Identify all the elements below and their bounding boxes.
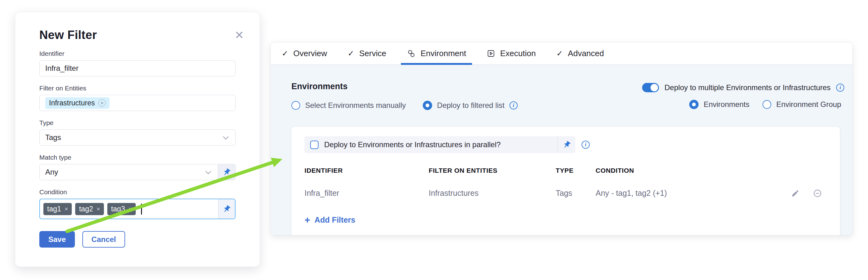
parallel-checkbox[interactable] xyxy=(310,141,318,149)
tab-label: Overview xyxy=(293,49,327,58)
entities-chip[interactable]: Infrastructures × xyxy=(45,97,110,109)
stage-config-panel: ✓ Overview ✓ Service Environment Executi… xyxy=(271,42,853,236)
identifier-input[interactable]: Infra_filter xyxy=(39,60,236,76)
pin-icon xyxy=(561,139,572,151)
tab-label: Service xyxy=(359,49,386,58)
pencil-icon xyxy=(791,189,799,197)
column-header-condition: CONDITION xyxy=(596,167,790,174)
tab-label: Advanced xyxy=(568,49,604,58)
radio-label: Environments xyxy=(704,100,749,109)
pin-icon xyxy=(221,203,233,215)
radio-icon-selected[interactable] xyxy=(689,100,699,109)
environment-hexagons-icon xyxy=(407,49,415,58)
text-caret xyxy=(141,204,142,214)
chip-remove-icon[interactable]: × xyxy=(98,99,106,107)
deploy-parallel-row: Deploy to Environments or Infrastructure… xyxy=(305,136,575,153)
condition-tag-label: tag2 xyxy=(79,205,93,213)
tab-label: Environment xyxy=(421,49,466,58)
tab-advanced[interactable]: ✓ Advanced xyxy=(546,42,614,65)
toggle-label: Deploy to multiple Environments or Infra… xyxy=(664,83,831,92)
radio-label: Deploy to filtered list xyxy=(437,101,504,110)
add-filters-button[interactable]: + Add Filters xyxy=(305,215,355,225)
radio-icon[interactable] xyxy=(291,101,300,110)
toggle-knob xyxy=(651,84,658,91)
radio-deploy-to-filtered-list[interactable]: Deploy to filtered list i xyxy=(423,101,518,110)
type-select[interactable]: Tags xyxy=(39,129,236,146)
chevron-down-icon xyxy=(223,134,228,139)
tag-remove-icon[interactable]: × xyxy=(65,206,68,212)
environment-tab-content: Environments Select Environments manuall… xyxy=(271,65,852,236)
edit-filter-button[interactable] xyxy=(791,189,799,197)
environments-heading: Environments xyxy=(291,82,518,91)
deploy-multiple-toggle[interactable] xyxy=(642,83,659,92)
cell-identifier: Infra_filter xyxy=(305,189,429,198)
tag-remove-icon[interactable]: × xyxy=(96,206,100,212)
check-icon: ✓ xyxy=(348,49,354,58)
condition-input[interactable]: tag1 × tag2 × tag3 × xyxy=(39,199,236,219)
filter-on-entities-input[interactable]: Infrastructures × xyxy=(39,95,236,111)
radio-icon-selected[interactable] xyxy=(423,101,432,110)
chevron-down-icon xyxy=(205,168,211,174)
remove-filter-button[interactable] xyxy=(813,189,822,198)
info-icon[interactable]: i xyxy=(509,101,518,109)
pin-button[interactable] xyxy=(218,199,235,218)
info-icon[interactable]: i xyxy=(582,141,590,149)
cell-type: Tags xyxy=(556,189,596,198)
filter-on-entities-label: Filter on Entities xyxy=(39,84,236,92)
tag-remove-icon[interactable]: × xyxy=(128,206,132,212)
cancel-button[interactable]: Cancel xyxy=(82,231,125,248)
info-icon[interactable]: i xyxy=(836,83,844,92)
condition-label: Condition xyxy=(39,188,236,196)
tab-execution[interactable]: Execution xyxy=(476,42,546,65)
radio-label: Environment Group xyxy=(776,100,841,109)
radio-icon[interactable] xyxy=(763,100,771,109)
radio-label: Select Environments manually xyxy=(305,101,406,110)
minus-circle-icon xyxy=(813,189,822,198)
condition-tag[interactable]: tag2 × xyxy=(75,203,103,215)
stage-tabs: ✓ Overview ✓ Service Environment Executi… xyxy=(271,42,852,65)
filters-table-header: IDENTIFIER FILTER ON ENTITIES TYPE CONDI… xyxy=(305,167,831,174)
match-type-label: Match type xyxy=(39,154,236,161)
type-value: Tags xyxy=(45,133,61,142)
add-filters-label: Add Filters xyxy=(314,215,355,224)
radio-environments[interactable]: Environments xyxy=(689,100,749,109)
tab-overview[interactable]: ✓ Overview xyxy=(272,42,337,65)
pin-button[interactable] xyxy=(218,164,236,180)
condition-tag-label: tag3 xyxy=(111,205,125,213)
tab-environment[interactable]: Environment xyxy=(397,42,476,65)
new-filter-modal: ✕ New Filter Identifier Infra_filter Fil… xyxy=(15,12,260,267)
execution-play-icon xyxy=(487,49,495,58)
plus-icon: + xyxy=(305,215,310,225)
condition-tag[interactable]: tag1 × xyxy=(43,203,72,215)
identifier-label: Identifier xyxy=(39,50,236,57)
cell-filter-on-entities: Infrastructures xyxy=(429,189,556,198)
type-label: Type xyxy=(39,119,236,127)
tab-label: Execution xyxy=(500,49,536,58)
pin-icon xyxy=(221,166,233,178)
radio-select-environments-manually[interactable]: Select Environments manually xyxy=(291,101,406,110)
identifier-value: Infra_filter xyxy=(45,64,79,73)
match-type-select[interactable]: Any xyxy=(39,164,218,180)
radio-environment-group[interactable]: Environment Group xyxy=(763,100,841,109)
condition-tag[interactable]: tag3 × xyxy=(107,203,136,215)
filters-table-row: Infra_filter Infrastructures Tags Any - … xyxy=(305,189,831,198)
column-header-type: TYPE xyxy=(556,167,596,174)
cell-condition: Any - tag1, tag2 (+1) xyxy=(596,189,790,198)
close-icon[interactable]: ✕ xyxy=(235,30,244,41)
check-icon: ✓ xyxy=(556,49,563,58)
match-type-value: Any xyxy=(45,168,58,176)
check-icon: ✓ xyxy=(282,49,288,58)
save-button[interactable]: Save xyxy=(39,231,75,248)
modal-title: New Filter xyxy=(39,28,236,42)
column-header-identifier: IDENTIFIER xyxy=(305,167,429,174)
pin-button[interactable] xyxy=(558,141,575,149)
tab-service[interactable]: ✓ Service xyxy=(337,42,397,65)
parallel-label: Deploy to Environments or Infrastructure… xyxy=(324,140,501,149)
entities-chip-label: Infrastructures xyxy=(49,99,95,107)
filters-card: Deploy to Environments or Infrastructure… xyxy=(291,127,840,236)
column-header-filter-on-entities: FILTER ON ENTITIES xyxy=(429,167,556,174)
condition-tag-label: tag1 xyxy=(47,205,61,213)
